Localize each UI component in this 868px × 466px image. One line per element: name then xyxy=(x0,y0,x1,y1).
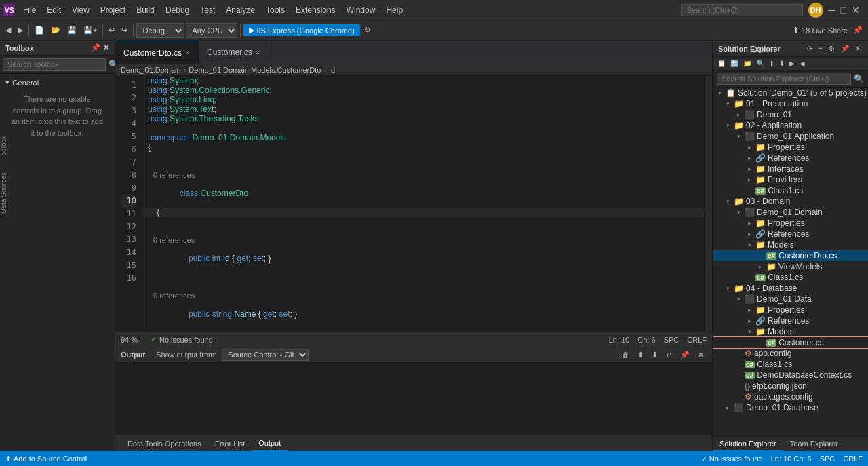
menu-view[interactable]: View xyxy=(66,3,95,18)
tree-item-viewmodels[interactable]: ▸ 📁 ViewModels xyxy=(713,261,868,272)
tree-item-presentation[interactable]: ▾ 📁 01 - Presentation xyxy=(713,98,868,109)
global-search-input[interactable] xyxy=(681,4,803,16)
sol-close-button[interactable]: ✕ xyxy=(853,43,863,54)
redo-button[interactable]: ↪ xyxy=(119,24,130,36)
sol-tb-6[interactable]: ⬇ xyxy=(777,58,787,69)
toolbox-general-header[interactable]: ▾ General xyxy=(5,77,109,88)
menu-debug[interactable]: Debug xyxy=(160,3,195,18)
tab-customer-close[interactable]: ✕ xyxy=(255,49,260,56)
menu-tools[interactable]: Tools xyxy=(260,3,290,18)
tree-item-app-class1[interactable]: c# Class1.cs xyxy=(713,185,868,196)
tree-item-data-class1[interactable]: c# Class1.cs xyxy=(713,359,868,370)
output-word-wrap-button[interactable]: ↵ xyxy=(663,349,675,361)
tree-item-db-context[interactable]: c# DemoDatabaseContext.cs xyxy=(713,370,868,381)
sol-filter-button[interactable]: ≡ xyxy=(816,43,825,54)
tree-item-demo01-database[interactable]: ▸ ⬛ Demo_01.Database xyxy=(713,402,868,413)
sol-tab-team-explorer[interactable]: Team Explorer xyxy=(783,437,845,451)
code-content[interactable]: using System; using System.Collections.G… xyxy=(142,76,704,332)
tree-item-demo01-application[interactable]: ▾ ⬛ Demo_01.Application xyxy=(713,131,868,142)
refresh-button[interactable]: ↻ xyxy=(361,24,373,36)
tree-item-app-properties[interactable]: ▸ 📁 Properties xyxy=(713,142,868,153)
source-control-status[interactable]: ⬆ Add to Source Control xyxy=(5,454,87,463)
output-source-select[interactable]: Source Control - Git Build Debug General xyxy=(222,349,309,361)
sol-tb-7[interactable]: ▶ xyxy=(787,58,797,69)
minimize-button[interactable]: ─ xyxy=(829,5,835,16)
toolbox-search-input[interactable] xyxy=(3,58,106,71)
tree-item-data-properties[interactable]: ▸ 📁 Properties xyxy=(713,305,868,315)
tree-item-app-config[interactable]: ⚙ app.config xyxy=(713,348,868,359)
output-clear-button[interactable]: 🗑 xyxy=(619,349,632,361)
platform-select[interactable]: Any CPU xyxy=(186,23,237,38)
menu-analyze[interactable]: Analyze xyxy=(220,3,260,18)
output-scroll-bottom-button[interactable]: ⬇ xyxy=(649,349,660,361)
zoom-level[interactable]: 94 % xyxy=(121,336,138,344)
tree-item-packages-config[interactable]: ⚙ packages.config xyxy=(713,391,868,402)
tree-item-data-references[interactable]: ▸ 🔗 References xyxy=(713,315,868,326)
output-close-button[interactable]: ✕ xyxy=(695,349,707,361)
status-crlf[interactable]: CRLF xyxy=(843,454,863,463)
tree-item-database-folder[interactable]: ▾ 📁 04 - Database xyxy=(713,283,868,294)
tree-item-efpt-config[interactable]: {} efpt.config.json xyxy=(713,381,868,391)
sol-tb-1[interactable]: 📋 xyxy=(715,58,728,69)
tree-item-models[interactable]: ▾ 📁 Models xyxy=(713,239,868,250)
sol-tab-solution-explorer[interactable]: Solution Explorer xyxy=(713,437,783,451)
menu-edit[interactable]: Edit xyxy=(41,3,66,18)
tree-item-domain-references[interactable]: ▸ 🔗 References xyxy=(713,229,868,239)
sol-tb-3[interactable]: 📁 xyxy=(741,58,753,69)
maximize-button[interactable]: □ xyxy=(841,5,846,16)
new-file-button[interactable]: 📄 xyxy=(32,24,47,36)
tree-item-demo01-data[interactable]: ▾ ⬛ Demo_01.Data xyxy=(713,294,868,305)
tree-item-customer-cs[interactable]: c# Customer.cs xyxy=(713,337,868,348)
tab-customer-dto-close[interactable]: ✕ xyxy=(184,49,190,56)
sol-tb-5[interactable]: ⬆ xyxy=(767,58,776,69)
status-ln-ch[interactable]: Ln: 10 Ch: 6 xyxy=(771,454,812,463)
breadcrumb-item-2[interactable]: Demo_01.Domain.Models.CustomerDto xyxy=(189,66,321,74)
status-issues[interactable]: ✓ No issues found xyxy=(701,454,763,463)
pin-button[interactable]: 📌 xyxy=(850,24,865,36)
output-pin-button[interactable]: 📌 xyxy=(677,349,692,361)
live-share-label[interactable]: 18 Live Share xyxy=(802,26,848,35)
tree-item-data-models[interactable]: ▾ 📁 Models xyxy=(713,326,868,337)
tree-item-demo01[interactable]: ▸ ⬛ Demo_01 xyxy=(713,109,868,120)
menu-file[interactable]: File xyxy=(18,3,41,18)
tree-item-app-references[interactable]: ▸ 🔗 References xyxy=(713,153,868,163)
forward-button[interactable]: ▶ xyxy=(15,24,26,36)
menu-help[interactable]: Help xyxy=(380,3,408,18)
solution-search-input[interactable] xyxy=(717,73,851,85)
sol-tb-2[interactable]: 🔙 xyxy=(728,58,741,69)
back-button[interactable]: ◀ xyxy=(3,24,14,36)
tree-item-solution[interactable]: ▾ 📋 Solution 'Demo_01' (5 of 5 projects) xyxy=(713,88,868,98)
tree-item-demo01-domain[interactable]: ▾ ⬛ Demo_01.Domain xyxy=(713,207,868,218)
save-all-button[interactable]: 💾+ xyxy=(81,24,100,36)
menu-build[interactable]: Build xyxy=(131,3,160,18)
menu-extensions[interactable]: Extensions xyxy=(290,3,341,18)
sol-settings-button[interactable]: ⚙ xyxy=(827,43,837,54)
close-button[interactable]: ✕ xyxy=(852,5,860,16)
breadcrumb-item-1[interactable]: Demo_01.Domain xyxy=(121,66,181,74)
tree-item-application-folder[interactable]: ▾ 📁 02 - Application xyxy=(713,120,868,131)
tab-customer-dto[interactable]: CustomerDto.cs ✕ xyxy=(115,41,199,64)
output-scroll-top-button[interactable]: ⬆ xyxy=(635,349,646,361)
tree-item-interfaces[interactable]: ▸ 📁 Interfaces xyxy=(713,163,868,174)
tab-output[interactable]: Output xyxy=(252,435,288,451)
menu-project[interactable]: Project xyxy=(95,3,131,18)
breadcrumb-item-3[interactable]: Id xyxy=(329,66,335,74)
sol-auto-hide-button[interactable]: 📌 xyxy=(839,43,851,54)
tab-customer[interactable]: Customer.cs ✕ xyxy=(199,41,269,64)
tree-item-domain-properties[interactable]: ▸ 📁 Properties xyxy=(713,218,868,229)
tab-error-list[interactable]: Error List xyxy=(208,435,252,451)
tree-item-customer-dto[interactable]: c# CustomerDto.cs xyxy=(713,250,868,261)
output-content[interactable] xyxy=(115,363,712,435)
toolbox-close-button[interactable]: ✕ xyxy=(103,43,109,52)
sol-tb-8[interactable]: ◀ xyxy=(797,58,807,69)
tab-data-tools[interactable]: Data Tools Operations xyxy=(121,435,208,451)
undo-button[interactable]: ↩ xyxy=(106,24,117,36)
status-spc[interactable]: SPC xyxy=(820,454,835,463)
sol-tb-4[interactable]: 🔍 xyxy=(754,58,766,69)
menu-test[interactable]: Test xyxy=(195,3,220,18)
debug-config-select[interactable]: Debug Release xyxy=(136,23,184,38)
save-button[interactable]: 💾 xyxy=(64,24,79,36)
tree-item-providers[interactable]: ▸ 📁 Providers xyxy=(713,174,868,185)
tree-item-domain-folder[interactable]: ▾ 📁 03 - Domain xyxy=(713,196,868,207)
sol-sync-button[interactable]: ⟳ xyxy=(805,43,814,54)
